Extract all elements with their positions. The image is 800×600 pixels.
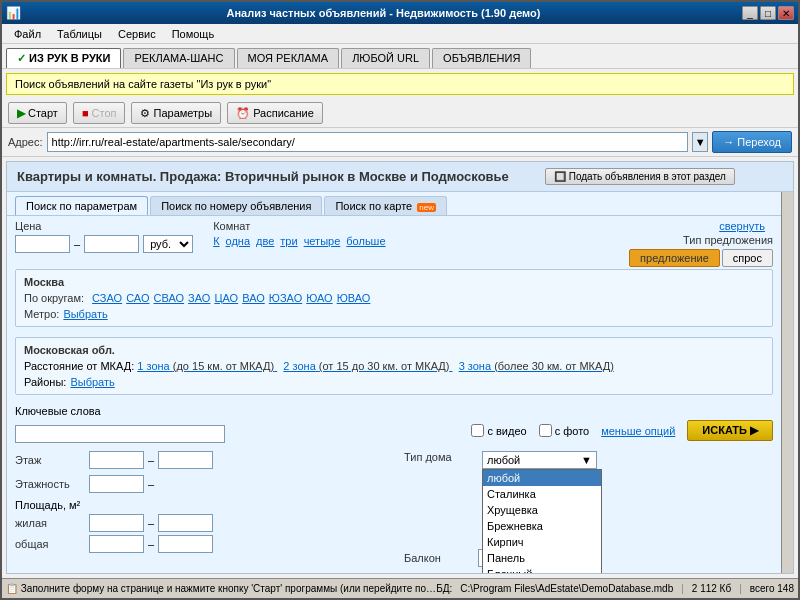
tab-url[interactable]: ЛЮБОЙ URL (341, 48, 430, 68)
currency-select[interactable]: руб. USD EUR (143, 235, 193, 253)
floors-row: Этажность – (15, 475, 384, 493)
window-title: Анализ частных объявлений - Недвижимость… (226, 7, 540, 19)
balcony-label: Балкон (404, 552, 474, 564)
search-button[interactable]: ИСКАТЬ ▶ (687, 420, 773, 441)
area-living-row: жилая – (15, 514, 384, 532)
page-title: Квартиры и комнаты. Продажа: Вторичный р… (17, 169, 509, 184)
video-checkbox-label[interactable]: с видео (471, 424, 526, 437)
rooms-more[interactable]: больше (346, 235, 385, 247)
rooms-k[interactable]: К (213, 235, 219, 247)
district-zao[interactable]: ЗАО (188, 292, 210, 304)
extended-fields: Этаж – Этажность – (7, 451, 781, 573)
price-from-input[interactable] (15, 235, 70, 253)
rayons-select-link[interactable]: Выбрать (70, 376, 114, 388)
gear-icon: ⚙ (140, 107, 150, 120)
floor-to-input[interactable] (158, 451, 213, 469)
area-dash1: – (148, 517, 154, 529)
metro-select-link[interactable]: Выбрать (63, 308, 107, 320)
zone-2-link[interactable]: 2 зона (от 15 до 30 км. от МКАД) (283, 360, 452, 372)
address-dropdown-btn[interactable]: ▼ (692, 132, 708, 152)
dropdown-item-blochny[interactable]: Блочный (483, 566, 601, 573)
status-icon: 📋 (6, 583, 18, 594)
tab-reklama[interactable]: РЕКЛАМА-ШАНС (123, 48, 234, 68)
dropdown-item-hrushevka[interactable]: Хрущевка (483, 502, 601, 518)
price-to-input[interactable] (84, 235, 139, 253)
moscow-section: Москва По округам: СЗАО САО СВАО ЗАО ЦАО… (15, 269, 773, 327)
menu-help[interactable]: Помощь (164, 24, 223, 43)
photo-checkbox[interactable] (539, 424, 552, 437)
params-button[interactable]: ⚙ Параметры (131, 102, 221, 124)
districts-label: По округам: (24, 292, 84, 304)
area-section: Площадь, м² жилая – общая (15, 499, 384, 553)
district-szao[interactable]: СЗАО (92, 292, 122, 304)
area-total-to-input[interactable] (158, 535, 213, 553)
collapse-link[interactable]: свернуть (711, 218, 773, 234)
zone-3-link[interactable]: 3 зона (более 30 км. от МКАД) (459, 360, 614, 372)
keywords-input[interactable] (15, 425, 225, 443)
house-type-row: Тип дома любой ▼ (404, 451, 773, 469)
district-cao[interactable]: ЦАО (214, 292, 238, 304)
status-right: БД: C:\Program Files\AdEstate\DemoDataba… (436, 583, 794, 594)
dropdown-item-brezhnevka[interactable]: Брежневка (483, 518, 601, 534)
menu-tables[interactable]: Таблицы (49, 24, 110, 43)
toolbar: ▶ Старт ■ Стоп ⚙ Параметры ⏰ Расписание (2, 99, 798, 128)
menu-file[interactable]: Файл (6, 24, 49, 43)
district-yuzao[interactable]: ЮЗАО (269, 292, 302, 304)
schedule-button[interactable]: ⏰ Расписание (227, 102, 323, 124)
floor-label: Этаж (15, 454, 85, 466)
clock-icon: ⏰ (236, 107, 250, 120)
oblast-title: Московская обл. (24, 344, 764, 356)
db-path: C:\Program Files\AdEstate\DemoDatabase.m… (460, 583, 673, 594)
start-button[interactable]: ▶ Старт (8, 102, 67, 124)
dropdown-item-stalinka[interactable]: Сталинка (483, 486, 601, 502)
search-tab-params[interactable]: Поиск по параметрам (15, 196, 148, 215)
house-type-dropdown-list[interactable]: любой Сталинка Хрущевка Брежневка Кирпич… (482, 469, 602, 573)
photo-checkbox-label[interactable]: с фото (539, 424, 590, 437)
house-type-label: Тип дома (404, 451, 474, 463)
floors-from-input[interactable] (89, 475, 144, 493)
district-vao[interactable]: ВАО (242, 292, 265, 304)
area-living-to-input[interactable] (158, 514, 213, 532)
offer-btn-spros[interactable]: спрос (722, 249, 773, 267)
search-tab-number[interactable]: Поиск по номеру объявления (150, 196, 322, 215)
add-listing-button[interactable]: 🔲 Подать объявления в этот раздел (545, 168, 735, 185)
tab-my-reklama[interactable]: МОЯ РЕКЛАМА (237, 48, 340, 68)
search-tab-map[interactable]: Поиск по карте new (324, 196, 447, 215)
main-scrollbar[interactable] (781, 192, 793, 573)
district-sao[interactable]: САО (126, 292, 149, 304)
floor-from-input[interactable] (89, 451, 144, 469)
menu-service[interactable]: Сервис (110, 24, 164, 43)
price-section: Цена – руб. USD EUR (15, 220, 193, 259)
tab-bar: ✓ ИЗ РУК В РУКИ РЕКЛАМА-ШАНС МОЯ РЕКЛАМА… (2, 44, 798, 69)
dropdown-item-panel[interactable]: Панель (483, 550, 601, 566)
info-bar: Поиск объявлений на сайте газеты "Из рук… (6, 73, 794, 95)
dropdown-item-kirpich[interactable]: Кирпич (483, 534, 601, 550)
main-area: ✓ ИЗ РУК В РУКИ РЕКЛАМА-ШАНС МОЯ РЕКЛАМА… (2, 44, 798, 598)
house-type-custom-dropdown: любой ▼ любой Сталинка Хрущевка (482, 451, 597, 469)
go-button[interactable]: → Переход (712, 131, 792, 153)
close-button[interactable]: ✕ (778, 6, 794, 20)
price-label: Цена (15, 220, 193, 232)
rooms-4[interactable]: четыре (304, 235, 341, 247)
district-yuao[interactable]: ЮАО (306, 292, 332, 304)
minimize-button[interactable]: _ (742, 6, 758, 20)
less-options-link[interactable]: меньше опций (601, 425, 675, 437)
offer-btn-predlozhenie[interactable]: предложение (629, 249, 720, 267)
rooms-3[interactable]: три (280, 235, 297, 247)
area-living-from-input[interactable] (89, 514, 144, 532)
tab-obyavleniya[interactable]: ОБЪЯВЛЕНИЯ (432, 48, 531, 68)
address-input[interactable] (47, 132, 689, 152)
district-svao[interactable]: СВАО (154, 292, 185, 304)
floors-label: Этажность (15, 478, 85, 490)
dropdown-item-lyuboi[interactable]: любой (483, 470, 601, 486)
house-type-dropdown-header[interactable]: любой ▼ (482, 451, 597, 469)
rooms-1[interactable]: одна (226, 235, 251, 247)
zone-1-link[interactable]: 1 зона (до 15 км. от МКАД) (137, 360, 277, 372)
area-total-from-input[interactable] (89, 535, 144, 553)
rooms-2[interactable]: две (256, 235, 274, 247)
maximize-button[interactable]: □ (760, 6, 776, 20)
tab-iz-ruk[interactable]: ✓ ИЗ РУК В РУКИ (6, 48, 121, 68)
stop-button[interactable]: ■ Стоп (73, 102, 126, 124)
district-yuvao[interactable]: ЮВАО (337, 292, 371, 304)
video-checkbox[interactable] (471, 424, 484, 437)
